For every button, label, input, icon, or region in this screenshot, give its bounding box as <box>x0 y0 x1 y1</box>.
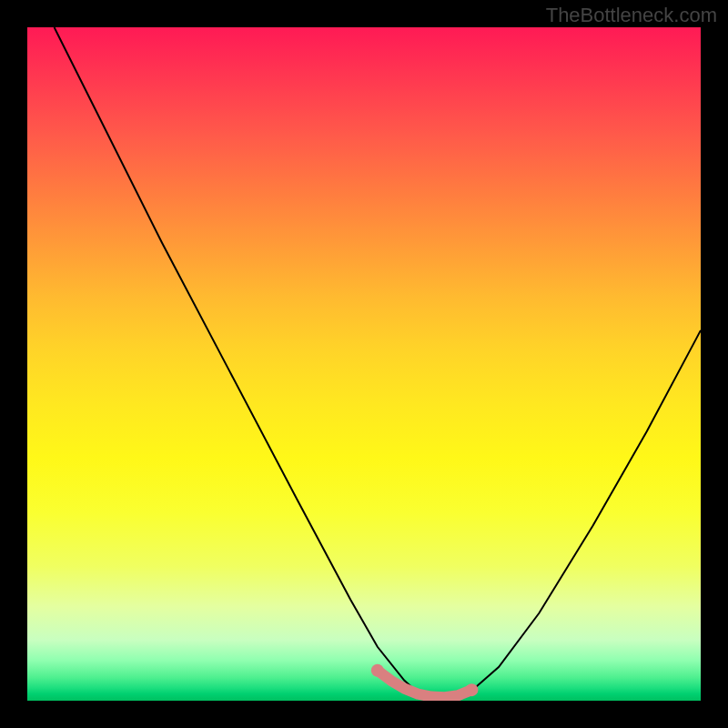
watermark-text: TheBottleneck.com <box>546 4 717 27</box>
bottom-marker-stroke <box>378 671 472 698</box>
right-curve <box>445 330 701 701</box>
chart-plot-area <box>27 27 701 701</box>
left-curve <box>55 27 445 701</box>
chart-svg <box>27 27 701 701</box>
bottom-marker-dot <box>371 664 384 677</box>
bottom-marker-dot <box>465 683 478 696</box>
marker-layer <box>371 664 479 698</box>
curve-layer <box>55 27 701 701</box>
